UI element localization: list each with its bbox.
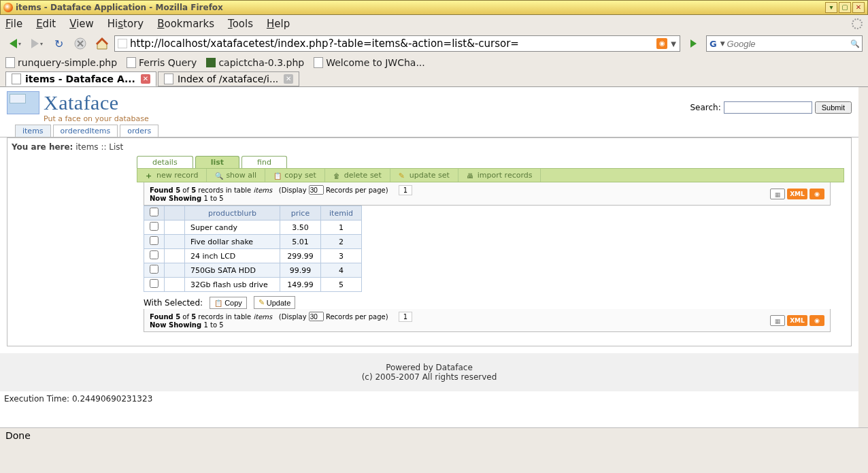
logo-tagline: Put a face on your database [44, 114, 149, 123]
reload-button[interactable]: ↻ [49, 35, 68, 52]
select-all-checkbox[interactable] [150, 208, 158, 216]
menu-edit[interactable]: Edit [36, 18, 56, 30]
action-delete-set[interactable]: delete set [325, 169, 390, 182]
tab-close-icon[interactable]: ✕ [141, 74, 150, 84]
rss-icon[interactable]: ◉ [809, 189, 824, 199]
search-engine-box[interactable]: G ▼ 🔍 [706, 35, 863, 52]
records-table: productblurb price itemid Super candy3.5… [144, 206, 362, 292]
rss-icon[interactable]: ◉ [809, 315, 824, 326]
bookmark-jwcha[interactable]: Welcome to JWCha... [314, 57, 425, 68]
grid-view-icon[interactable]: ▦ [770, 189, 785, 199]
menu-bookmarks[interactable]: Bookmarks [157, 18, 214, 30]
tab-close-icon[interactable]: ✕ [284, 74, 293, 84]
bookmark-ferris[interactable]: Ferris Query [127, 57, 197, 68]
back-button[interactable]: ▾ [5, 35, 24, 52]
edit-icon [258, 298, 265, 307]
update-selected-button[interactable]: Update [254, 296, 295, 309]
copy-icon [214, 299, 222, 307]
action-import-records[interactable]: import records [458, 169, 541, 182]
col-itemid[interactable]: itemid [321, 206, 362, 221]
action-copy-set[interactable]: copy set [265, 169, 325, 182]
page-footer: Powered by Dataface (c) 2005-2007 All ri… [0, 353, 858, 391]
row-checkbox[interactable] [150, 265, 158, 274]
minimize-button[interactable]: ▾ [825, 2, 837, 13]
page-number[interactable]: 1 [399, 312, 412, 322]
page-icon [127, 57, 136, 68]
page-icon [5, 57, 15, 68]
view-tab-details[interactable]: details [137, 156, 193, 168]
menu-file[interactable]: File [5, 18, 22, 30]
page-number[interactable]: 1 [399, 185, 412, 195]
view-tabs: details list find [7, 156, 851, 168]
maximize-button[interactable]: ▢ [839, 2, 851, 13]
close-button[interactable]: ✕ [852, 2, 865, 13]
menu-tools[interactable]: Tools [228, 18, 253, 30]
action-new-record[interactable]: new record [137, 169, 207, 182]
menu-bar: File Edit View History Bookmarks Tools H… [0, 15, 868, 33]
browser-tab-index[interactable]: Index of /xataface/i... ✕ [158, 71, 299, 86]
copy-icon [273, 172, 282, 180]
bookmark-capictcha[interactable]: capictcha-0.3.php [206, 57, 304, 68]
navigation-toolbar: ▾ ▾ ↻ ◉ ▼ G ▼ 🔍 [0, 33, 868, 54]
menu-history[interactable]: History [107, 18, 144, 30]
search-submit-icon[interactable]: 🔍 [848, 39, 862, 48]
page-content: Xataface Put a face on your database Sea… [0, 87, 868, 427]
table-row[interactable]: Super candy3.501 [144, 221, 362, 235]
col-price[interactable]: price [280, 206, 321, 221]
row-checkbox[interactable] [150, 250, 158, 259]
tab-items[interactable]: items [15, 125, 51, 137]
row-checkbox[interactable] [150, 279, 158, 288]
view-tab-find[interactable]: find [241, 156, 287, 168]
table-row[interactable]: 750Gb SATA HDD99.994 [144, 263, 362, 278]
site-search: Search: Submit [690, 101, 852, 114]
grid-view-icon[interactable]: ▦ [770, 315, 785, 326]
forward-button[interactable]: ▾ [27, 35, 46, 52]
with-selected: With Selected: Copy Update [144, 296, 844, 309]
execution-time: Execution Time: 0.24490690231323 [0, 391, 858, 406]
row-checkbox[interactable] [150, 236, 158, 245]
table-row[interactable]: 32Gb flash usb drive149.995 [144, 278, 362, 292]
col-productblurb[interactable]: productblurb [185, 206, 280, 221]
home-button[interactable] [93, 35, 112, 52]
records-per-page-input[interactable] [309, 312, 324, 321]
table-tabs: items orderedItems orders [0, 125, 858, 137]
copy-selected-button[interactable]: Copy [210, 297, 247, 309]
tab-orders[interactable]: orders [120, 125, 158, 137]
page-favicon-icon [118, 39, 127, 48]
tab-ordereditems[interactable]: orderedItems [53, 125, 118, 137]
table-row[interactable]: Five dollar shake5.012 [144, 235, 362, 249]
menu-help[interactable]: Help [267, 18, 290, 30]
go-button[interactable] [686, 36, 701, 51]
edit-icon [399, 172, 407, 180]
search-engine-input[interactable] [727, 39, 848, 49]
page-icon [12, 74, 21, 84]
bookmark-runquery[interactable]: runquery-simple.php [5, 57, 117, 68]
xml-export-icon[interactable]: XML [787, 189, 807, 199]
search-input[interactable] [724, 101, 812, 114]
logo-text: Xataface [44, 91, 149, 114]
view-tab-list[interactable]: list [195, 156, 239, 168]
search-engine-dropdown-icon[interactable]: ▼ [718, 40, 727, 47]
xml-export-icon[interactable]: XML [787, 315, 807, 326]
table-row[interactable]: 24 inch LCD299.993 [144, 249, 362, 263]
stop-button[interactable] [71, 35, 90, 52]
feed-icon[interactable]: ◉ [656, 38, 667, 49]
row-checkbox[interactable] [150, 222, 158, 231]
google-icon: G [707, 39, 718, 49]
import-icon [467, 172, 475, 180]
image-icon [206, 58, 216, 67]
search-submit-button[interactable]: Submit [815, 101, 852, 114]
action-update-set[interactable]: update set [390, 169, 458, 182]
url-bar[interactable]: ◉ ▼ [114, 35, 680, 52]
url-dropdown-icon[interactable]: ▼ [669, 40, 678, 48]
menu-view[interactable]: View [69, 18, 94, 30]
result-controller-bottom: Found 5 of 5 records in table items (Dis… [144, 309, 831, 332]
xataface-logo[interactable]: Xataface Put a face on your database [7, 91, 149, 123]
plus-icon [146, 172, 154, 180]
search-label: Search: [690, 103, 720, 112]
records-per-page-input[interactable] [309, 185, 324, 195]
url-input[interactable] [130, 37, 655, 50]
browser-tab-items[interactable]: items - Dataface A... ✕ [5, 71, 156, 86]
action-show-all[interactable]: show all [207, 169, 265, 182]
header-row: Xataface Put a face on your database Sea… [0, 87, 858, 125]
